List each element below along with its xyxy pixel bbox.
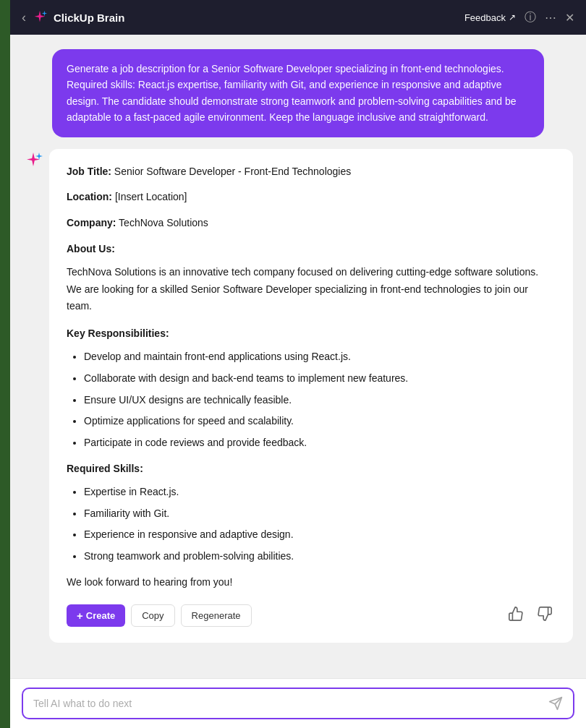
company-field: Company: TechNova Solutions bbox=[67, 215, 556, 232]
thumbs-up-button[interactable] bbox=[505, 603, 527, 628]
company-value: TechNova Solutions bbox=[119, 217, 208, 228]
user-message-bubble: Generate a job description for a Senior … bbox=[52, 49, 544, 137]
send-icon bbox=[548, 696, 563, 711]
top-bar-left: ‹ ClickUp Brain bbox=[22, 9, 124, 25]
regenerate-button[interactable]: Regenerate bbox=[181, 604, 252, 627]
response-content: Job Title: Senior Software Developer - F… bbox=[67, 163, 556, 628]
ai-response-wrapper: Job Title: Senior Software Developer - F… bbox=[23, 149, 573, 643]
thumbs-up-icon bbox=[508, 606, 524, 622]
plus-icon: + bbox=[77, 609, 83, 622]
thumbs-down-icon bbox=[537, 606, 553, 622]
skills-list: Expertise in React.js. Familiarity with … bbox=[67, 484, 556, 565]
feedback-button[interactable]: Feedback ↗ bbox=[464, 12, 516, 23]
list-item: Participate in code reviews and provide … bbox=[84, 434, 556, 452]
ai-response-card: Job Title: Senior Software Developer - F… bbox=[49, 149, 573, 643]
about-text: TechNova Solutions is an innovative tech… bbox=[67, 264, 556, 315]
feedback-label: Feedback bbox=[464, 12, 506, 23]
list-item: Expertise in React.js. bbox=[84, 484, 556, 501]
location-value: [Insert Location] bbox=[115, 191, 187, 202]
list-item: Experience in responsive and adaptive de… bbox=[84, 526, 556, 544]
top-bar: ‹ ClickUp Brain Feedback ↗ ⓘ ⋯ ✕ bbox=[10, 0, 586, 35]
location-label: Location: bbox=[67, 191, 112, 202]
job-title-label: Job Title: bbox=[67, 166, 111, 177]
input-wrapper bbox=[22, 688, 574, 719]
list-item: Familiarity with Git. bbox=[84, 505, 556, 523]
app-title: ClickUp Brain bbox=[54, 12, 124, 24]
closing-text: We look forward to hearing from you! bbox=[67, 574, 556, 591]
user-message-text: Generate a job description for a Senior … bbox=[67, 63, 517, 123]
create-button[interactable]: + Create bbox=[67, 604, 125, 627]
close-icon[interactable]: ✕ bbox=[565, 11, 574, 25]
external-link-icon: ↗ bbox=[509, 12, 516, 22]
list-item: Collaborate with design and back-end tea… bbox=[84, 370, 556, 387]
send-button[interactable] bbox=[548, 696, 563, 711]
skills-heading: Required Skills: bbox=[67, 461, 556, 478]
action-row: + Create Copy Regenerate bbox=[67, 603, 556, 628]
job-title-value: Senior Software Developer - Front-End Te… bbox=[114, 166, 351, 177]
about-heading: About Us: bbox=[67, 241, 556, 258]
ai-input[interactable] bbox=[33, 698, 543, 709]
action-row-left: + Create Copy Regenerate bbox=[67, 604, 252, 627]
top-bar-right: Feedback ↗ ⓘ ⋯ ✕ bbox=[464, 10, 574, 25]
sparkle-icon bbox=[32, 9, 48, 25]
bottom-area bbox=[10, 678, 586, 728]
copy-button[interactable]: Copy bbox=[131, 604, 174, 627]
content-area: Generate a job description for a Senior … bbox=[10, 35, 586, 678]
create-label: Create bbox=[86, 610, 115, 621]
list-item: Strong teamwork and problem-solving abil… bbox=[84, 548, 556, 565]
list-item: Ensure UI/UX designs are technically fea… bbox=[84, 392, 556, 409]
location-field: Location: [Insert Location] bbox=[67, 189, 556, 206]
ai-sparkle-icon bbox=[23, 150, 43, 171]
more-icon[interactable]: ⋯ bbox=[545, 11, 556, 25]
action-row-right bbox=[505, 603, 556, 628]
responsibilities-list: Develop and maintain front-end applicati… bbox=[67, 348, 556, 452]
list-item: Develop and maintain front-end applicati… bbox=[84, 348, 556, 366]
thumbs-down-button[interactable] bbox=[534, 603, 556, 628]
job-title-field: Job Title: Senior Software Developer - F… bbox=[67, 163, 556, 181]
company-label: Company: bbox=[67, 217, 116, 228]
back-button[interactable]: ‹ bbox=[22, 10, 26, 25]
list-item: Optimize applications for speed and scal… bbox=[84, 413, 556, 430]
info-icon[interactable]: ⓘ bbox=[525, 10, 536, 25]
responsibilities-heading: Key Responsibilities: bbox=[67, 325, 556, 343]
